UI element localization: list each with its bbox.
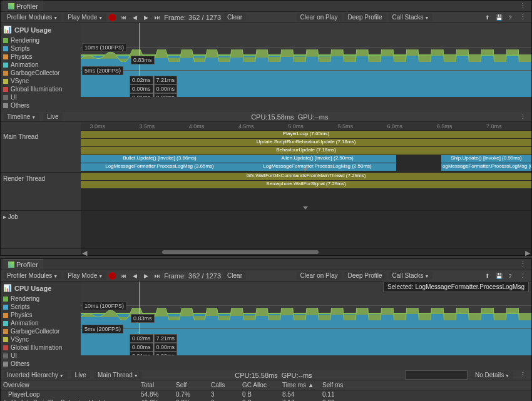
deep-profile-button[interactable]: Deep Profile [344, 13, 386, 21]
table-row[interactable]: PlayerLoop54.8%0.7%30 B8.540.11 [1, 390, 531, 398]
column-header[interactable]: Self ms [320, 382, 360, 388]
category-item[interactable]: Animation [3, 61, 78, 69]
timeline-hscrollbar[interactable]: ◀ ▶ [81, 249, 531, 255]
category-label: VSync [11, 336, 29, 343]
clear-on-play-button[interactable]: Clear on Play [297, 13, 342, 21]
category-item[interactable]: GarbageCollector [3, 327, 78, 335]
category-item[interactable]: VSync [3, 335, 78, 343]
profiler-modules-dropdown[interactable]: Profiler Modules [3, 13, 61, 21]
load-icon[interactable]: ⬆ [483, 13, 492, 22]
call-stacks-dropdown[interactable]: Call Stacks [389, 13, 433, 21]
timeline-bar[interactable]: Bullet.Update() [Invoke] (3.66ms) [81, 155, 238, 163]
timeline-bar[interactable]: PlayerLoop (7.65ms) [81, 131, 531, 138]
help-icon[interactable]: ? [506, 272, 514, 280]
column-header[interactable]: Self [173, 382, 208, 388]
clear-button[interactable]: Clear [223, 13, 246, 21]
column-header[interactable]: Time ms ▲ [280, 382, 320, 388]
category-item[interactable]: Scripts [3, 303, 78, 311]
toolbar-menu-icon[interactable]: ⋮ [517, 13, 529, 21]
prev-frame-start-icon[interactable]: ⏮ [119, 13, 128, 22]
job-track[interactable] [81, 211, 531, 248]
column-header[interactable]: Total [138, 382, 173, 388]
cpu-chart[interactable]: 10ms (100FPS) 5ms (200FPS) 0.83ms 0.02ms… [81, 23, 531, 97]
profiler-tab[interactable]: Profiler [3, 1, 43, 11]
expand-icon[interactable] [303, 206, 308, 210]
save-icon[interactable]: 💾 [494, 272, 503, 280]
gpu-stat: GPU:--ms [282, 372, 312, 379]
clear-button[interactable]: Clear [223, 272, 246, 280]
thread-dropdown[interactable]: Main Thread [94, 371, 142, 379]
category-item[interactable]: VSync [3, 77, 78, 85]
deep-profile-button[interactable]: Deep Profile [344, 272, 386, 280]
prev-frame-icon[interactable]: ◀ [130, 272, 139, 280]
cpu-chart[interactable]: 10ms (100FPS) 5ms (200FPS) 0.83ms 0.02ms… [81, 282, 531, 355]
prev-frame-icon[interactable]: ◀ [130, 13, 139, 22]
clear-on-play-button[interactable]: Clear on Play [297, 272, 342, 280]
save-icon[interactable]: 💾 [494, 13, 503, 22]
panel-menu-icon[interactable]: ⋮ [517, 2, 529, 10]
call-stacks-dropdown[interactable]: Call Stacks [389, 272, 433, 280]
category-item[interactable]: Others [3, 360, 78, 368]
category-item[interactable]: Physics [3, 311, 78, 319]
profiler-tab[interactable]: Profiler [3, 259, 43, 270]
category-item[interactable]: Rendering [3, 36, 78, 44]
timeline-bar[interactable]: BehaviourUpdate (7.18ms) [81, 147, 531, 155]
render-thread-track[interactable]: Gfx.WaitForGfxCommandsFromMainThread (7.… [81, 173, 531, 210]
search-input[interactable] [405, 370, 468, 380]
category-item[interactable]: Others [3, 101, 78, 109]
help-icon[interactable]: ? [506, 13, 514, 22]
main-thread-track[interactable]: PlayerLoop (7.65ms)Update.ScriptRunBehav… [81, 131, 531, 172]
expand-icon[interactable] [303, 168, 308, 171]
next-frame-end-icon[interactable]: ⏭ [153, 13, 161, 22]
live-button[interactable]: Live [71, 371, 90, 379]
category-item[interactable]: Physics [3, 53, 78, 61]
scrollbar-thumb[interactable] [162, 250, 319, 254]
category-item[interactable]: Scripts [3, 44, 78, 53]
timeline-bar[interactable]: Update.ScriptRunBehaviourUpdate (7.18ms) [81, 139, 531, 146]
record-button[interactable] [109, 272, 116, 280]
category-label: Global Illumination [11, 86, 62, 93]
category-item[interactable]: Animation [3, 319, 78, 327]
timeline-menu-icon[interactable]: ⋮ [517, 113, 529, 121]
timeline-bar[interactable]: LogMessageFormatter.ProcessLogMsg (2.50m… [238, 163, 396, 171]
table-row[interactable]: Update.ScriptRunBehaviourUpdate46.0%0.0%… [1, 398, 531, 401]
timeline-ruler[interactable]: 3.0ms3.5ms4.0ms4.5ms5.0ms5.5ms6.0ms6.5ms… [81, 122, 531, 131]
tip-left: 0.00ms [130, 343, 153, 352]
details-dropdown[interactable]: No Details [471, 371, 513, 379]
category-item[interactable]: Global Illumination [3, 85, 78, 93]
category-label: Animation [11, 320, 38, 327]
timeline-bar[interactable]: LogMessageFormatter.ProcessLogMsg (3.65m… [81, 163, 238, 171]
column-header[interactable]: Calls [208, 382, 240, 388]
timeline-bar[interactable]: Semaphore.WaitForSignal (7.29ms) [81, 181, 531, 188]
live-button[interactable]: Live [43, 113, 62, 121]
column-header[interactable]: GC Alloc [240, 382, 280, 388]
category-item[interactable]: UI [3, 93, 78, 101]
category-label: Rendering [11, 37, 39, 44]
prev-frame-start-icon[interactable]: ⏮ [119, 272, 128, 280]
main-thread-label: Main Thread [1, 131, 81, 172]
timeline-bar[interactable]: Ship.Update() [Invoke] (0.99ms) [441, 155, 531, 163]
next-frame-icon[interactable]: ▶ [141, 272, 150, 280]
play-mode-dropdown[interactable]: Play Mode [64, 272, 106, 280]
category-item[interactable]: Global Illumination [3, 343, 78, 352]
next-frame-end-icon[interactable]: ⏭ [153, 272, 161, 280]
record-button[interactable] [109, 14, 116, 21]
category-item[interactable]: UI [3, 352, 78, 360]
toolbar-menu-icon[interactable]: ⋮ [517, 272, 529, 280]
column-header[interactable]: Overview [1, 382, 138, 388]
timeline-bar[interactable]: ogMessageFormatter.ProcessLogMsg (0.98m [441, 163, 531, 171]
play-mode-dropdown[interactable]: Play Mode [64, 13, 106, 21]
chart-icon: 📊 [3, 284, 12, 292]
category-item[interactable]: Rendering [3, 295, 78, 303]
hierarchy-menu-icon[interactable]: ⋮ [517, 371, 529, 379]
timeline-view-dropdown[interactable]: Timeline [3, 113, 39, 121]
category-item[interactable]: GarbageCollector [3, 69, 78, 77]
next-frame-icon[interactable]: ▶ [141, 13, 150, 22]
hierarchy-view-dropdown[interactable]: Inverted Hierarchy [3, 371, 68, 379]
profiler-modules-dropdown[interactable]: Profiler Modules [3, 272, 61, 280]
panel-menu-icon[interactable]: ⋮ [517, 260, 529, 268]
timeline-bar[interactable]: Gfx.WaitForGfxCommandsFromMainThread (7.… [81, 173, 531, 180]
category-label: Global Illumination [11, 344, 62, 351]
timeline-bar[interactable]: Alien.Update() [Invoke] (2.50ms) [238, 155, 396, 163]
load-icon[interactable]: ⬆ [483, 272, 492, 280]
